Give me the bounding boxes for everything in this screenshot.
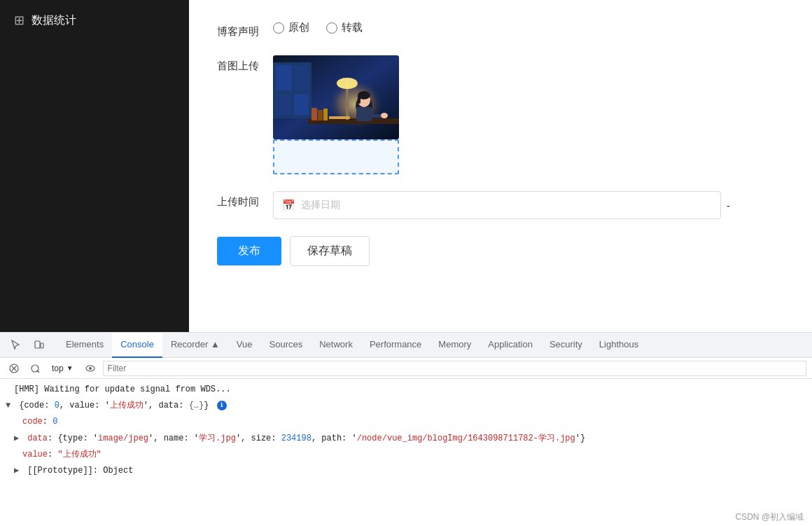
console-line-data[interactable]: ▶ data: {type: 'image/jpeg', name: '学习.j…	[0, 431, 812, 447]
cover-image-label: 首图上传	[217, 55, 273, 73]
console-toolbar: top ▼	[0, 358, 812, 379]
tab-application[interactable]: Application	[479, 333, 541, 358]
clear-icon	[9, 364, 19, 373]
eye-btn[interactable]	[82, 360, 99, 377]
data-path-value: /node/vue_img/blogImg/1643098711782-学习.j…	[357, 434, 575, 443]
filter-toggle-btn[interactable]	[27, 360, 43, 377]
calendar-icon: 📅	[282, 199, 295, 212]
tab-sources[interactable]: Sources	[261, 333, 312, 358]
original-radio[interactable]	[273, 22, 284, 34]
sidebar-title: ⊞ 数据统计	[0, 0, 189, 41]
original-label: 原创	[288, 21, 309, 34]
console-line-obj[interactable]: ▼ {code: 0, value: '上传成功', data: {…}} ℹ	[0, 398, 812, 414]
sidebar-title-text: 数据统计	[31, 13, 76, 28]
hmr-text: [HMR] Waiting for update signal from WDS…	[14, 385, 231, 394]
image-upload-box[interactable]	[273, 139, 399, 174]
blog-declaration-label: 博客声明	[217, 21, 273, 39]
svg-rect-18	[356, 107, 372, 121]
svg-rect-9	[318, 110, 323, 120]
code-label: code	[22, 417, 43, 427]
console-output-container: [HMR] Waiting for update signal from WDS…	[0, 379, 812, 526]
console-line-prototype[interactable]: ▶ [[Prototype]]: Object	[0, 463, 812, 479]
console-line-code: code: 0	[0, 414, 812, 430]
expand-arrow-data: ▶	[14, 432, 22, 445]
sidebar: ⊞ 数据统计	[0, 0, 189, 332]
tab-lighthouse[interactable]: Lighthous	[591, 333, 647, 358]
svg-rect-10	[323, 109, 328, 120]
dropdown-arrow: ▼	[66, 364, 74, 372]
eye-icon	[85, 364, 95, 373]
value-label: value	[22, 450, 48, 459]
repost-option[interactable]: 转载	[326, 21, 363, 34]
blog-declaration-row: 博客声明 原创 转载	[217, 21, 784, 39]
publish-button[interactable]: 发布	[217, 237, 281, 265]
console-line-hmr: [HMR] Waiting for update signal from WDS…	[0, 382, 812, 398]
data-label: data	[27, 434, 48, 443]
image-preview	[273, 55, 399, 139]
console-output: [HMR] Waiting for update signal from WDS…	[0, 379, 812, 526]
original-option[interactable]: 原创	[273, 21, 309, 34]
svg-point-20	[381, 113, 388, 118]
value-value: "上传成功"	[57, 450, 101, 459]
svg-rect-4	[276, 94, 292, 115]
svg-rect-22	[35, 341, 40, 348]
top-label: top	[52, 364, 64, 373]
devtools-panel: Elements Console Recorder ▲ Vue Sources …	[0, 332, 812, 526]
upload-time-row: 上传时间 📅 选择日期 -	[217, 191, 784, 219]
device-icon	[34, 340, 45, 351]
console-line-value: value: "上传成功"	[0, 447, 812, 463]
repost-radio[interactable]	[326, 22, 337, 34]
svg-point-30	[89, 367, 92, 370]
device-toolbar-btn[interactable]	[29, 335, 49, 355]
data-size-value: 234198	[281, 434, 312, 443]
grid-icon: ⊞	[14, 13, 24, 28]
declaration-options: 原创 转载	[273, 21, 784, 34]
tab-vue[interactable]: Vue	[228, 333, 261, 358]
obj-text: {code: 0, value: '上传成功', data: {…}}	[19, 401, 209, 410]
content-area: 博客声明 原创 转载 首图上传	[189, 0, 812, 332]
svg-rect-17	[358, 95, 360, 104]
tab-elements[interactable]: Elements	[57, 333, 112, 358]
svg-rect-3	[294, 65, 309, 90]
console-filter-input[interactable]	[103, 361, 806, 376]
tab-performance[interactable]: Performance	[361, 333, 430, 358]
repost-label: 转载	[342, 21, 363, 34]
prototype-text: [[Prototype]]: Object	[27, 466, 133, 476]
date-picker-input[interactable]: 📅 选择日期	[273, 191, 721, 219]
svg-rect-21	[329, 116, 350, 119]
top-selector[interactable]: top ▼	[48, 362, 78, 375]
csdn-watermark: CSDN @初入编域	[735, 511, 804, 523]
info-badge: ℹ	[217, 401, 227, 410]
action-buttons: 发布 保存草稿	[217, 236, 784, 266]
cover-image-row: 首图上传	[217, 55, 784, 174]
svg-rect-5	[294, 94, 309, 115]
svg-rect-2	[276, 65, 292, 90]
upload-time-label: 上传时间	[217, 191, 273, 209]
svg-rect-23	[41, 343, 43, 348]
tab-memory[interactable]: Memory	[430, 333, 479, 358]
inspect-icon-btn[interactable]	[6, 335, 25, 355]
draft-button[interactable]: 保存草稿	[290, 236, 370, 266]
tab-security[interactable]: Security	[541, 333, 591, 358]
clear-console-btn[interactable]	[6, 360, 22, 377]
expand-arrow-obj: ▼	[6, 399, 14, 413]
tab-console[interactable]: Console	[112, 333, 162, 358]
devtools-tabs-bar: Elements Console Recorder ▲ Vue Sources …	[0, 333, 812, 358]
cursor-icon	[10, 340, 21, 351]
svg-point-13	[337, 78, 358, 89]
data-name-value: 学习.jpg	[199, 434, 236, 443]
date-picker-container: 📅 选择日期 -	[273, 191, 784, 219]
code-value: 0	[52, 417, 57, 427]
expand-arrow-proto: ▶	[14, 464, 22, 478]
anime-svg	[273, 55, 399, 139]
tab-network[interactable]: Network	[311, 333, 361, 358]
date-dash: -	[727, 200, 730, 212]
devtools-icon-group	[6, 335, 49, 355]
filter-icon	[30, 364, 40, 373]
tab-recorder[interactable]: Recorder ▲	[162, 333, 228, 358]
data-type-value: image/jpeg	[98, 434, 148, 443]
image-upload-container	[273, 55, 784, 174]
date-placeholder-text: 选择日期	[301, 199, 340, 212]
svg-rect-8	[312, 108, 317, 120]
